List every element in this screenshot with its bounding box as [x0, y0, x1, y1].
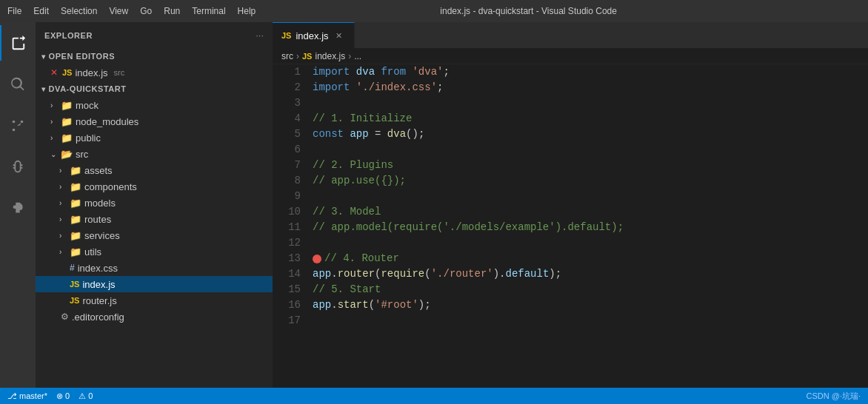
line-num-1: 1 — [273, 64, 301, 80]
breadcrumb: src › JS index.js › ... — [273, 48, 868, 64]
file-editorconfig-label: .editorconfig — [72, 312, 124, 323]
activity-explorer[interactable] — [0, 25, 36, 61]
code-editor[interactable]: 1 2 3 4 5 6 7 8 9 10 11 12 13 14 15 16 1… — [273, 64, 868, 388]
folder-utils[interactable]: › 📁 utils — [36, 243, 273, 260]
breadcrumb-src[interactable]: src — [281, 51, 293, 61]
tab-close-button[interactable]: ✕ — [333, 30, 345, 41]
file-index-js-label: index.js — [82, 279, 115, 290]
folder-assets[interactable]: › 📁 assets — [36, 162, 273, 178]
chevron-right-icon: › — [50, 118, 61, 126]
code-line-16: app.start('#root'); — [313, 297, 868, 313]
code-line-5: const app = dva(); — [313, 127, 868, 142]
menu-file[interactable]: File — [7, 6, 21, 16]
tab-filename: index.js — [296, 30, 328, 41]
folder-icon: 📁 — [70, 198, 81, 209]
folder-components[interactable]: › 📁 components — [36, 178, 273, 195]
status-left: ⎇ master* ⊗ 0 ⚠ 0 — [7, 391, 93, 401]
folder-icon: 📁 — [61, 132, 73, 144]
code-line-17 — [313, 313, 868, 329]
folder-open-icon: 📂 — [61, 149, 73, 160]
menu-bar[interactable]: File Edit Selection View Go Run Terminal… — [7, 6, 256, 16]
js-file-icon: JS — [70, 296, 79, 305]
breadcrumb-sep-1: › — [296, 51, 299, 61]
line-num-12: 12 — [273, 235, 301, 251]
folder-node-modules[interactable]: › 📁 node_modules — [36, 113, 273, 129]
folder-routes[interactable]: › 📁 routes — [36, 211, 273, 227]
line-numbers: 1 2 3 4 5 6 7 8 9 10 11 12 13 14 15 16 1… — [273, 64, 310, 388]
folder-public[interactable]: › 📁 public — [36, 129, 273, 146]
chevron-right-icon: › — [59, 199, 70, 207]
chevron-right-icon: › — [59, 232, 70, 240]
tab-js-icon: JS — [281, 31, 291, 40]
line-num-16: 16 — [273, 297, 301, 313]
open-file-index-js[interactable]: ✕ JS index.js src — [36, 64, 273, 81]
errors-count[interactable]: ⊗ 0 — [56, 391, 70, 401]
folder-assets-label: assets — [84, 165, 113, 176]
activity-search[interactable] — [0, 67, 36, 102]
warnings-count[interactable]: ⚠ 0 — [79, 391, 93, 401]
tab-index-js[interactable]: JS index.js ✕ — [273, 22, 355, 48]
folder-mock-label: mock — [76, 100, 99, 111]
chevron-right-icon: › — [50, 134, 61, 142]
section-open-editors[interactable]: ▾ OPEN EDITORS — [36, 48, 273, 64]
editor-area: JS index.js ✕ src › JS index.js › ... 1 … — [273, 22, 868, 388]
folder-src-label: src — [76, 149, 88, 160]
svg-point-1 — [21, 121, 24, 124]
line-num-4: 4 — [273, 111, 301, 127]
code-line-1: import dva from 'dva'; — [313, 64, 868, 80]
more-actions-icon[interactable]: ··· — [256, 30, 264, 41]
activity-git[interactable] — [0, 108, 36, 144]
sidebar-actions[interactable]: ··· — [256, 30, 264, 41]
folder-mock[interactable]: › 📁 mock — [36, 97, 273, 113]
file-router-js[interactable]: JS router.js — [36, 292, 273, 309]
sidebar-header: EXPLORER ··· — [36, 22, 273, 48]
css-file-icon: # — [70, 263, 75, 273]
file-index-css[interactable]: # index.css — [36, 260, 273, 276]
code-line-9 — [313, 189, 868, 204]
menu-view[interactable]: View — [109, 6, 128, 16]
section-project[interactable]: ▾ DVA-QUICKSTART — [36, 81, 273, 97]
code-line-2: import './index.css'; — [313, 80, 868, 95]
folder-models[interactable]: › 📁 models — [36, 195, 273, 211]
chevron-down-icon: ▾ — [41, 53, 46, 61]
breadcrumb-file[interactable]: index.js — [315, 51, 345, 61]
activity-extensions[interactable] — [0, 191, 36, 226]
menu-edit[interactable]: Edit — [33, 6, 49, 16]
sidebar-content: ▾ OPEN EDITORS ✕ JS index.js src ▾ DVA-Q… — [36, 48, 273, 388]
breadcrumb-ellipsis[interactable]: ... — [354, 51, 361, 61]
tab-bar: JS index.js ✕ — [273, 22, 868, 48]
file-index-css-label: index.css — [78, 263, 118, 274]
js-file-icon: JS — [62, 68, 72, 77]
folder-icon: 📁 — [70, 246, 81, 257]
code-content[interactable]: import dva from 'dva'; import './index.c… — [310, 64, 868, 388]
folder-icon: 📁 — [61, 100, 73, 111]
activity-debug[interactable] — [0, 149, 36, 185]
code-line-11: // app.model(require('./models/example')… — [313, 220, 868, 235]
file-router-js-label: router.js — [82, 295, 116, 306]
line-num-6: 6 — [273, 142, 301, 158]
title-bar: File Edit Selection View Go Run Terminal… — [0, 0, 868, 22]
menu-run[interactable]: Run — [164, 6, 180, 16]
chevron-right-icon: › — [59, 248, 70, 256]
activity-bar — [0, 22, 36, 388]
file-index-js[interactable]: JS index.js — [36, 276, 273, 292]
code-line-4: // 1. Initialize — [313, 111, 868, 127]
menu-go[interactable]: Go — [140, 6, 152, 16]
line-num-11: 11 — [273, 220, 301, 235]
line-num-8: 8 — [273, 173, 301, 189]
section-open-editors-label: OPEN EDITORS — [49, 52, 116, 61]
code-line-10: // 3. Model — [313, 204, 868, 220]
menu-selection[interactable]: Selection — [61, 6, 97, 16]
open-file-name: index.js — [75, 67, 107, 78]
line-num-7: 7 — [273, 158, 301, 173]
close-icon[interactable]: ✕ — [50, 67, 58, 78]
folder-src[interactable]: ⌄ 📂 src — [36, 146, 273, 162]
menu-help[interactable]: Help — [238, 6, 256, 16]
folder-services[interactable]: › 📁 services — [36, 227, 273, 243]
menu-terminal[interactable]: Terminal — [192, 6, 225, 16]
code-line-8: // app.use({}); — [313, 173, 868, 189]
window-title: index.js - dva-quickstart - Visual Studi… — [440, 6, 617, 16]
git-branch[interactable]: ⎇ master* — [7, 391, 47, 401]
folder-icon: 📁 — [70, 181, 81, 192]
file-editorconfig[interactable]: ⚙ .editorconfig — [36, 309, 273, 325]
